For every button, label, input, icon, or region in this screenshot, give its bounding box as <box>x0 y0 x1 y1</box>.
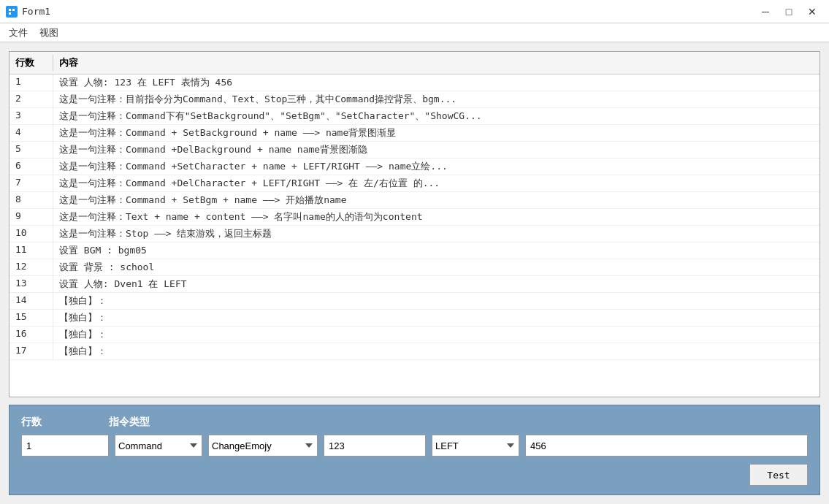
cell-lineno: 12 <box>9 259 53 275</box>
cell-content: 【独白】： <box>53 310 820 326</box>
table-row[interactable]: 1设置 人物: 123 在 LEFT 表情为 456 <box>9 75 820 91</box>
table-body[interactable]: 1设置 人物: 123 在 LEFT 表情为 4562这是一句注释：目前指令分为… <box>9 75 820 397</box>
cell-content: 这是一句注释：Command + SetBgm + name ——> 开始播放n… <box>53 192 820 208</box>
window-controls: ─ □ ✕ <box>754 3 823 20</box>
cell-lineno: 3 <box>9 108 53 124</box>
table-row[interactable]: 11设置 BGM : bgm05 <box>9 243 820 259</box>
svg-rect-2 <box>12 9 15 11</box>
table-row[interactable]: 17【独白】： <box>9 343 820 360</box>
cell-content: 这是一句注释：Command下有"SetBackground"、"SetBgm"… <box>53 108 820 124</box>
header-lineno: 行数 <box>9 55 53 71</box>
table-row[interactable]: 10这是一句注释：Stop ——> 结束游戏，返回主标题 <box>9 226 820 243</box>
header-content: 内容 <box>53 55 820 71</box>
maximize-button[interactable]: □ <box>778 3 800 20</box>
cell-content: 这是一句注释：Command +DelBackground + name nam… <box>53 142 820 158</box>
title-bar: Form1 ─ □ ✕ <box>0 0 829 23</box>
table-row[interactable]: 9这是一句注释：Text + name + content ——> 名字叫nam… <box>9 209 820 226</box>
table-row[interactable]: 6这是一句注释：Command +SetCharacter + name + L… <box>9 159 820 175</box>
cell-content: 设置 BGM : bgm05 <box>53 243 820 259</box>
main-content: 行数 内容 1设置 人物: 123 在 LEFT 表情为 4562这是一句注释：… <box>0 42 829 504</box>
table-row[interactable]: 7这是一句注释：Command +DelCharacter + LEFT/RIG… <box>9 175 820 192</box>
menu-bar: 文件 视图 <box>0 23 829 42</box>
menu-file[interactable]: 文件 <box>3 25 34 41</box>
param1-input[interactable] <box>324 435 426 457</box>
menu-view[interactable]: 视图 <box>34 25 64 41</box>
command-select[interactable]: CommandTextStop <box>115 435 202 457</box>
cell-lineno: 17 <box>9 343 53 359</box>
cell-lineno: 8 <box>9 192 53 208</box>
cell-lineno: 2 <box>9 91 53 107</box>
table-row[interactable]: 15【独白】： <box>9 310 820 327</box>
cell-content: 设置 人物: 123 在 LEFT 表情为 456 <box>53 75 820 91</box>
svg-rect-1 <box>9 9 11 11</box>
param2-input[interactable] <box>525 435 808 457</box>
cmdtype-label: 指令类型 <box>109 416 255 429</box>
table-row[interactable]: 3这是一句注释：Command下有"SetBackground"、"SetBgm… <box>9 108 820 125</box>
table-row[interactable]: 16【独白】： <box>9 327 820 343</box>
cell-lineno: 14 <box>9 293 53 309</box>
table-header: 行数 内容 <box>9 52 820 75</box>
cell-content: 这是一句注释：Stop ——> 结束游戏，返回主标题 <box>53 226 820 242</box>
window-title: Form1 <box>22 6 750 17</box>
table-container: 行数 内容 1设置 人物: 123 在 LEFT 表情为 4562这是一句注释：… <box>9 51 820 397</box>
cell-lineno: 13 <box>9 276 53 292</box>
lineno-label: 行数 <box>21 416 109 429</box>
cell-lineno: 9 <box>9 209 53 225</box>
cell-lineno: 6 <box>9 159 53 175</box>
cell-lineno: 10 <box>9 226 53 242</box>
cell-content: 设置 背景 : school <box>53 259 820 275</box>
cell-content: 这是一句注释：Command +SetCharacter + name + LE… <box>53 159 820 175</box>
cell-content: 【独白】： <box>53 327 820 343</box>
lineno-input[interactable] <box>21 435 109 457</box>
test-button[interactable]: Test <box>749 464 808 486</box>
table-row[interactable]: 4这是一句注释：Command + SetBackground + name —… <box>9 125 820 142</box>
svg-rect-3 <box>9 12 11 15</box>
cell-lineno: 1 <box>9 75 53 91</box>
table-row[interactable]: 8这是一句注释：Command + SetBgm + name ——> 开始播放… <box>9 192 820 209</box>
cell-lineno: 11 <box>9 243 53 259</box>
cell-content: 这是一句注释：Text + name + content ——> 名字叫name… <box>53 209 820 225</box>
table-row[interactable]: 2这是一句注释：目前指令分为Command、Text、Stop三种，其中Comm… <box>9 91 820 108</box>
cell-lineno: 5 <box>9 142 53 158</box>
app-icon <box>6 6 18 18</box>
cell-content: 【独白】： <box>53 343 820 359</box>
svg-rect-0 <box>7 7 16 16</box>
cell-lineno: 4 <box>9 125 53 141</box>
close-button[interactable]: ✕ <box>801 3 823 20</box>
cell-content: 这是一句注释：Command + SetBackground + name ——… <box>53 125 820 141</box>
table-row[interactable]: 13设置 人物: Dven1 在 LEFT <box>9 276 820 293</box>
bottom-labels: 行数 指令类型 <box>21 416 808 429</box>
minimize-button[interactable]: ─ <box>754 3 776 20</box>
cell-lineno: 16 <box>9 327 53 343</box>
cell-content: 这是一句注释：Command +DelCharacter + LEFT/RIGH… <box>53 175 820 191</box>
bottom-panel: 行数 指令类型 CommandTextStop ChangeEmojySetBa… <box>9 405 820 495</box>
bottom-inputs: CommandTextStop ChangeEmojySetBackground… <box>21 435 808 457</box>
table-row[interactable]: 14【独白】： <box>9 293 820 310</box>
position-select[interactable]: LEFTRIGHTCENTER <box>432 435 519 457</box>
bottom-actions: Test <box>21 464 808 486</box>
subcommand-select[interactable]: ChangeEmojySetBackgroundSetBgmSetCharact… <box>208 435 318 457</box>
cell-content: 【独白】： <box>53 293 820 309</box>
cell-lineno: 15 <box>9 310 53 326</box>
table-row[interactable]: 5这是一句注释：Command +DelBackground + name na… <box>9 142 820 159</box>
cell-content: 设置 人物: Dven1 在 LEFT <box>53 276 820 292</box>
cell-content: 这是一句注释：目前指令分为Command、Text、Stop三种，其中Comma… <box>53 91 820 107</box>
table-row[interactable]: 12设置 背景 : school <box>9 259 820 276</box>
cell-lineno: 7 <box>9 175 53 191</box>
